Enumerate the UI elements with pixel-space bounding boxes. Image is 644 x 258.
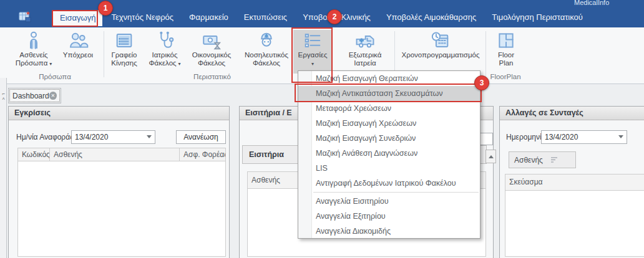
calendar-clock-icon: [430, 30, 451, 51]
column-header-patient[interactable]: Ασθενής: [50, 148, 180, 161]
chevron-down-icon: ▾: [178, 61, 181, 67]
ribbon-button-financial-file[interactable]: ΟικονομικόςΦάκελος: [187, 30, 236, 74]
ribbon-button-label: ΓραφείοΚίνησης: [111, 51, 137, 67]
ribbon-button-medical-file[interactable]: ΙατρικόςΦάκελος▾: [145, 30, 185, 74]
column-header-insurer[interactable]: Ασφ. Φορέας: [180, 148, 226, 161]
tab-dashboard[interactable]: Dashboard ✕: [8, 88, 61, 103]
ribbon-button-label: Υπόχρεοι: [63, 51, 93, 59]
ribbon-button-obligors[interactable]: Υπόχρεοι: [59, 30, 97, 74]
ribbon-button-external-clinics[interactable]: ΕξωτερικάΙατρεία: [339, 30, 391, 74]
prescriptions-date-picker[interactable]: 13/4/2020: [541, 130, 627, 144]
label-line: Νοσηλευτικός: [245, 51, 288, 59]
stethoscope-icon: [154, 30, 175, 51]
menu-item-mass-replace-preparations[interactable]: Μαζική Αντικατάσταση Σκευασμάτων: [298, 86, 480, 101]
ribbon-button-nursing-file[interactable]: ΝοσηλευτικόςΦάκελος: [238, 30, 295, 74]
title-bar: MedicalInfo: [0, 0, 644, 7]
ribbon-group-persons: Πρόσωπα: [9, 73, 101, 80]
people-icon: [67, 30, 89, 51]
front-desk-icon: [114, 30, 135, 51]
label-line: Γραφείο: [111, 51, 137, 59]
nurse-icon: [256, 30, 277, 51]
app-window: MedicalInfo Εισαγωγή Τεχνητός Νεφρός Φαρ…: [0, 0, 644, 258]
column-header-code[interactable]: Κωδικός: [17, 148, 50, 161]
ribbon-divider: [104, 31, 104, 77]
menu-item-discharge-notice[interactable]: Αναγγελία Εξιτηρίου: [298, 209, 480, 224]
report-date-picker[interactable]: 13/4/2020: [71, 130, 155, 144]
ribbon-button-tasks[interactable]: Εργασίες▾: [293, 30, 332, 74]
ribbon-button-label: ΕξωτερικάΙατρεία: [349, 51, 382, 67]
money-icon: [201, 30, 222, 51]
ribbon-button-front-office[interactable]: ΓραφείοΚίνησης: [106, 30, 142, 74]
ribbon-group-incident: Περιστατικό: [150, 73, 275, 80]
label-line: Κίνησης: [111, 59, 137, 67]
label-line: Φάκελος: [253, 59, 280, 67]
tab-farmakeio[interactable]: Φαρμακείο: [182, 7, 235, 27]
menu-item-admission-notice[interactable]: Αναγγελία Εισιτηρίου: [298, 194, 480, 209]
ribbon-button-floor-plan[interactable]: FloorPlan: [488, 30, 524, 74]
menu-item-copy-medical-record-data[interactable]: Αντιγραφή Δεδομένων Ιατρικού Φακέλου: [298, 176, 480, 191]
chevron-down-icon: ▾: [49, 61, 52, 67]
prescriptions-date-value: 13/4/2020: [545, 133, 578, 141]
chevron-down-icon: [618, 135, 623, 138]
step-badge-3: 3: [474, 75, 489, 90]
app-brand: MedicalInfo: [574, 0, 609, 6]
sort-icon: [550, 156, 559, 163]
ambulance-icon: [354, 30, 376, 51]
menu-item-mass-insert-sessions[interactable]: Μαζική Εισαγωγή Συνεδριών: [298, 131, 480, 146]
approvals-table-header: Κωδικός Ασθενής Ασφ. Φορέας: [17, 148, 226, 161]
panel-approvals-title: Εγκρίσεις: [9, 107, 229, 120]
collapsed-panel-strip[interactable]: ⌐˄: [0, 78, 7, 258]
menu-item-mass-insert-treatments[interactable]: Μαζική Εισαγωγή Θεραπειών: [298, 71, 480, 86]
prescriptions-table-body[interactable]: [505, 191, 644, 257]
menu-item-lis[interactable]: LIS: [298, 161, 480, 176]
chevron-down-icon: ▾: [311, 61, 314, 67]
chevron-down-icon: [147, 135, 152, 138]
menu-separator: [313, 192, 479, 193]
step-badge-2: 2: [327, 9, 342, 24]
label-line: Χρονοπρογραμματισμός: [401, 51, 479, 59]
report-date-label: Ημ/νία Αναφοράς: [16, 133, 74, 141]
ribbon-button-label: ΟικονομικόςΦάκελος: [192, 51, 231, 67]
ribbon-button-patients[interactable]: ΑσθενείςΠρόσωπα▾: [11, 30, 56, 74]
tab-eisagogi[interactable]: Εισαγωγή: [53, 10, 102, 26]
ribbon-button-label: Χρονοπρογραμματισμός: [401, 51, 479, 59]
scroll-up-button[interactable]: [485, 150, 496, 163]
panel-prescriptions-title: Αλλαγές σε Συνταγές: [500, 107, 644, 120]
report-date-value: 13/4/2020: [75, 133, 108, 141]
refresh-button[interactable]: Ανανέωση: [176, 130, 226, 144]
tab-ektyposeis[interactable]: Εκτυπώσεις: [237, 7, 294, 27]
pin-icon: ⌐˄: [1, 92, 6, 102]
menu-item-transport-notice[interactable]: Αναγγελία Διακομιδής: [298, 224, 480, 239]
menu-item-transfer-charges[interactable]: Μεταφορά Χρεώσεων: [298, 101, 480, 116]
approvals-table-body[interactable]: [17, 161, 226, 257]
label-line: Φάκελος: [149, 59, 176, 67]
column-header-drug[interactable]: Σκεύασμα: [505, 174, 644, 191]
label-line: Ασθενείς: [19, 51, 47, 59]
ribbon-button-label: ΝοσηλευτικόςΦάκελος: [245, 51, 288, 67]
ribbon-button-label: Εργασίες▾: [298, 51, 328, 68]
tab-timologisi-peristatikou[interactable]: Τιμολόγηση Περιστατικού: [485, 7, 590, 27]
tab-ypovoles-aimokatharsis[interactable]: Υποβολές Αιμοκάθαρσης: [379, 7, 483, 27]
label-line: Εργασίες: [298, 51, 328, 59]
ribbon-button-label: ΑσθενείςΠρόσωπα▾: [16, 51, 52, 68]
menu-item-mass-assign-diagnoses[interactable]: Μαζική Ανάθεση Διαγνώσεων: [298, 146, 480, 161]
ribbon-button-label: FloorPlan: [498, 51, 514, 67]
ribbon-button-scheduling[interactable]: Χρονοπρογραμματισμός: [396, 30, 485, 74]
label-line: Φάκελος: [198, 59, 225, 67]
menu-tab-strip: Εισαγωγή Τεχνητός Νεφρός Φαρμακείο Εκτυπ…: [53, 7, 592, 27]
prescriptions-table-header: Σκεύασμα: [505, 174, 644, 191]
label-line: Floor: [498, 51, 514, 59]
app-grid-icon[interactable]: [17, 9, 32, 24]
floorplan-icon: [495, 30, 517, 51]
date-label: Ημερομηνία: [506, 133, 546, 141]
tab-texnitos-nefros[interactable]: Τεχνητός Νεφρός: [104, 7, 180, 27]
label-line: Πρόσωπα: [16, 59, 48, 67]
panel-approvals: Εγκρίσεις Ημ/νία Αναφοράς 13/4/2020 Αναν…: [8, 106, 230, 258]
ribbon-button-label: ΙατρικόςΦάκελος▾: [149, 51, 180, 68]
close-icon[interactable]: ✕: [49, 92, 57, 100]
label-line: Plan: [499, 59, 513, 67]
triangle-up-icon: [489, 155, 494, 158]
menu-item-mass-insert-charges[interactable]: Μαζική Εισαγωγή Χρεώσεων: [298, 116, 480, 131]
ribbon-group-floorplan: FloorPlan: [485, 73, 525, 80]
group-by-patient-button[interactable]: Ασθενής: [509, 151, 576, 168]
